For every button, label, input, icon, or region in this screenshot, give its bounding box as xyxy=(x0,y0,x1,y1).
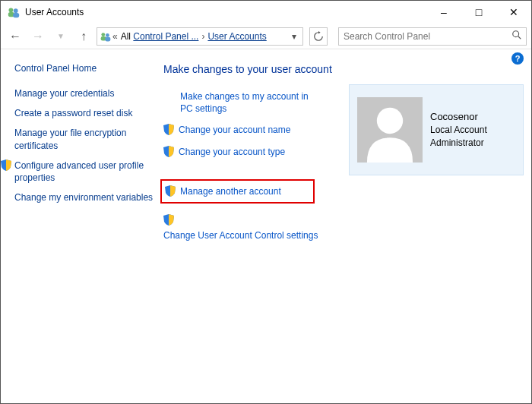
svg-line-9 xyxy=(518,36,521,39)
link-change-uac-settings[interactable]: Change User Account Control settings xyxy=(163,229,341,241)
svg-point-1 xyxy=(14,8,18,13)
link-label: Change your account type xyxy=(179,146,285,158)
back-button[interactable]: ← xyxy=(5,27,25,46)
link-change-account-type[interactable]: Change your account type xyxy=(163,146,341,158)
search-icon[interactable] xyxy=(508,30,526,43)
sidebar-item-label: Manage your file encryption certificates xyxy=(14,127,156,151)
avatar xyxy=(357,97,423,163)
link-label: Manage another account xyxy=(180,185,281,197)
minimize-button[interactable]: – xyxy=(426,1,461,24)
breadcrumb-link-all-control-panel[interactable]: Control Panel ... xyxy=(133,31,198,42)
search-input[interactable] xyxy=(339,31,508,42)
shield-icon xyxy=(1,159,11,171)
svg-point-11 xyxy=(377,108,403,134)
sidebar-item-label: Configure advanced user profile properti… xyxy=(14,159,156,184)
link-change-account-name[interactable]: Change your account name xyxy=(163,124,341,136)
sidebar-item-label: Change my environment variables xyxy=(14,191,153,204)
shield-icon xyxy=(163,214,174,226)
address-dropdown[interactable]: ▾ xyxy=(287,31,301,42)
breadcrumb[interactable]: « All Control Panel ... › User Accounts xyxy=(112,31,287,42)
help-icon[interactable]: ? xyxy=(511,52,524,65)
recent-locations-dropdown[interactable]: ▼ xyxy=(51,27,71,46)
svg-point-5 xyxy=(106,33,109,37)
sidebar-item-label: Create a password reset disk xyxy=(14,107,132,119)
highlighted-link-box: Manage another account xyxy=(160,179,315,204)
search-box[interactable] xyxy=(338,27,527,46)
forward-button[interactable]: → xyxy=(28,27,48,46)
sidebar-item-env-variables[interactable]: Change my environment variables xyxy=(14,191,156,204)
svg-point-0 xyxy=(9,8,14,12)
control-panel-home-link[interactable]: Control Panel Home xyxy=(14,63,156,74)
account-type: Local Account xyxy=(430,124,487,137)
refresh-button[interactable] xyxy=(309,27,328,46)
user-accounts-icon xyxy=(7,5,21,19)
link-label: Make changes to my account in PC setting… xyxy=(180,90,317,115)
svg-rect-7 xyxy=(105,36,110,41)
maximize-button[interactable]: □ xyxy=(461,1,496,24)
account-card: Cocosenor Local Account Administrator xyxy=(349,84,524,175)
link-manage-another-account[interactable]: Manage another account xyxy=(162,185,281,197)
breadcrumb-segment-prefix: All xyxy=(121,31,134,42)
up-button[interactable]: ↑ xyxy=(74,27,93,46)
link-label: Change your account name xyxy=(179,124,290,136)
chevron-right-icon: › xyxy=(201,31,204,42)
address-bar[interactable]: « All Control Panel ... › User Accounts … xyxy=(97,27,303,46)
sidebar-item-password-reset-disk[interactable]: Create a password reset disk xyxy=(14,107,156,119)
sidebar-item-label: Manage your credentials xyxy=(14,87,114,99)
account-name: Cocosenor xyxy=(430,110,487,124)
shield-icon xyxy=(165,185,176,197)
window-title: User Accounts xyxy=(25,7,426,17)
sidebar-item-manage-credentials[interactable]: Manage your credentials xyxy=(14,87,156,99)
svg-rect-3 xyxy=(13,13,19,17)
sidebar-item-advanced-profile[interactable]: Configure advanced user profile properti… xyxy=(14,159,156,184)
page-heading: Make changes to your user account xyxy=(163,63,341,75)
sidebar-item-file-encryption[interactable]: Manage your file encryption certificates xyxy=(14,127,156,151)
account-role: Administrator xyxy=(430,137,487,150)
breadcrumb-prefix: « xyxy=(112,31,118,42)
link-label: Change User Account Control settings xyxy=(163,229,318,241)
address-icon xyxy=(99,30,112,43)
link-pc-settings[interactable]: Make changes to my account in PC setting… xyxy=(163,90,341,115)
shield-icon xyxy=(163,146,174,157)
svg-point-8 xyxy=(513,31,519,37)
shield-icon xyxy=(163,124,174,135)
breadcrumb-link-user-accounts[interactable]: User Accounts xyxy=(207,31,266,42)
svg-point-4 xyxy=(101,33,105,36)
close-button[interactable]: ✕ xyxy=(496,1,531,24)
